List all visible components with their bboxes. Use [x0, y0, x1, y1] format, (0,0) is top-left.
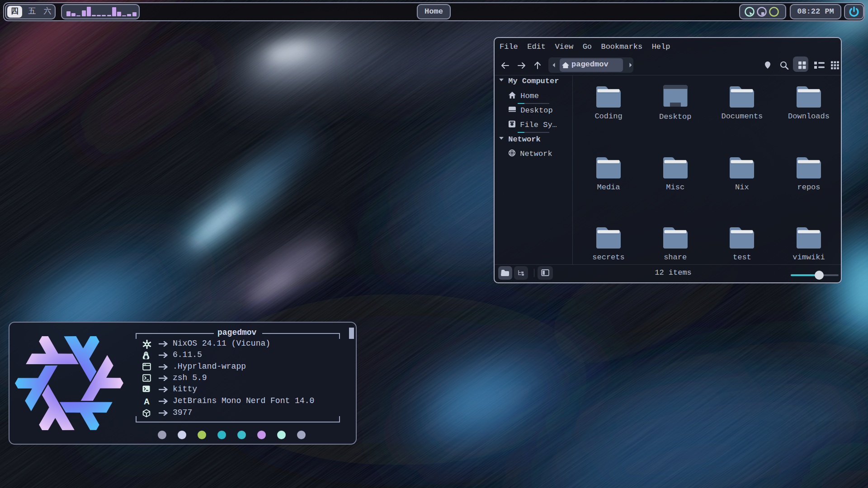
svg-text:A: A: [144, 397, 150, 406]
